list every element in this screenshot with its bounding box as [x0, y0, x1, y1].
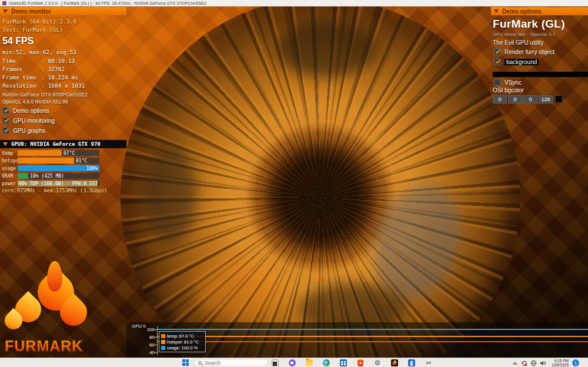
taskbar-icon-edge[interactable] [322, 359, 330, 367]
stat-row-frames: Frames32782 [2, 66, 65, 72]
axis-tick [155, 329, 157, 330]
bar-label: power [2, 181, 16, 186]
osi-bgcolor-label: OSI bgcolor [493, 87, 524, 94]
stat-value: 32782 [48, 66, 65, 72]
stat-value: 1684 x 1031 [48, 82, 85, 89]
legend-swatch-temp [161, 334, 165, 338]
bar-value: 67°C [64, 151, 75, 156]
taskbar-icon-brave[interactable] [356, 359, 365, 367]
tray-network-icon[interactable] [530, 359, 537, 367]
checkbox-box [2, 107, 9, 114]
tray-chevron-up[interactable] [511, 359, 519, 367]
gpu-bar-row-power: power 98% TDP (160.0W) - PPW:0.337 [0, 181, 126, 186]
bar-track: 98% TDP (160.0W) - PPW:0.337 [18, 181, 99, 186]
test-line: Test: FurMark (GL) [2, 26, 63, 33]
demo-tagline: The Evil GPU utility [493, 39, 543, 46]
search-input[interactable] [205, 360, 258, 366]
taskbar-icon-file-explorer[interactable] [305, 359, 313, 367]
taskbar-icon-store[interactable] [339, 359, 348, 367]
bgcolor-g-field[interactable]: 0 [508, 95, 522, 104]
stat-row-time: Time00:10:13 [2, 58, 75, 64]
app-icon [2, 1, 6, 5]
legend-text: hotspot: 81.0 °C [167, 339, 199, 345]
bar-value: 98% TDP (160.0W) - PPW:0.337 [18, 181, 98, 186]
bar-track: 10% (425 MB) [18, 173, 99, 179]
taskbar-icon-furmark[interactable] [390, 359, 399, 367]
bar-value: 100% [86, 166, 98, 171]
speaker-icon [540, 360, 546, 366]
notification-badge[interactable]: 1 [572, 359, 579, 366]
taskbar-clock[interactable]: 9:15 PM 10/5/2025 [552, 359, 569, 367]
bgcolor-b-field[interactable]: 0 [523, 95, 537, 104]
graph-line-temp [158, 341, 588, 342]
checkbox-box [2, 117, 9, 124]
axis-tick [155, 352, 157, 353]
graph-line-usage [158, 329, 588, 330]
legend-text: temp: 67.0 °C [167, 333, 194, 339]
bgcolor-a-field[interactable]: 128 [539, 95, 553, 104]
stat-separator [41, 58, 48, 64]
bar-fill [18, 173, 28, 179]
furmark-window: Geeks3D FurMark 2.3.0.0 - [ FurMark (GL)… [0, 0, 588, 367]
task-view-icon [272, 359, 279, 366]
fur-patch [194, 259, 282, 318]
bar-fill [18, 150, 62, 156]
bar-track: 100% [18, 165, 99, 171]
checkbox-demo-options[interactable]: Demo options [2, 107, 49, 114]
checkbox-background[interactable]: background [494, 58, 539, 65]
stat-row-frametime: Frame time18.224 ms [2, 74, 78, 81]
search-icon [198, 361, 202, 365]
fur-patch [276, 21, 376, 77]
microsoft-store-icon [340, 359, 347, 366]
check-icon [4, 128, 9, 133]
checkbox-vsync[interactable]: VSync [494, 79, 522, 86]
axis-tick [155, 345, 157, 345]
edge-browser-icon [323, 359, 330, 366]
y-tick-100: 100 [138, 327, 155, 332]
bgcolor-r-field[interactable]: 0 [493, 95, 507, 104]
bar-label: temp [2, 151, 13, 156]
checkbox-label: Render furry object [505, 49, 554, 55]
legend-row-usage: usage: 100.0 % [161, 345, 203, 351]
window-title: Geeks3D FurMark 2.3.0.0 - [ FurMark (GL)… [9, 1, 206, 5]
stat-label: Time [2, 58, 41, 64]
demo-monitor-header[interactable]: Demo monitor [0, 7, 126, 15]
demo-monitor-title: Demo monitor [11, 8, 51, 15]
checkbox-render-furry-object[interactable]: Render furry object [494, 48, 554, 55]
clock-date: 10/5/2025 [552, 363, 569, 367]
y-tick-40: 40 [138, 350, 155, 355]
stat-value: 00:10:13 [48, 58, 75, 64]
taskbar-icon-snipping[interactable]: ✂ [425, 359, 433, 367]
checkbox-gpu-graphs[interactable]: GPU graphs [2, 127, 45, 134]
tray-sync-icon[interactable] [520, 359, 528, 367]
title-bar: Geeks3D FurMark 2.3.0.0 - [ FurMark (GL)… [0, 0, 588, 6]
taskbar-icon-utilities[interactable]: ⚙ [373, 359, 382, 367]
bar-track: 81°C [18, 158, 99, 164]
y-tick-60: 60 [138, 342, 155, 348]
chat-icon [289, 359, 296, 366]
taskbar-icon-task-view[interactable] [271, 359, 279, 367]
start-button[interactable] [182, 359, 189, 366]
bgcolor-swatch[interactable] [555, 95, 563, 103]
stat-label: Frame time [2, 74, 41, 81]
gear-icon: ⚙ [374, 359, 381, 366]
taskbar-icon-photos[interactable] [407, 359, 416, 367]
legend-row-temp: temp: 67.0 °C [161, 333, 203, 339]
tray-volume-icon[interactable] [539, 359, 547, 367]
taskbar-search[interactable] [194, 359, 268, 366]
check-icon [496, 49, 500, 54]
axis-tick [155, 337, 157, 338]
checkbox-gpu-monitoring[interactable]: GPU monitoring [2, 117, 55, 124]
stat-value: 18.224 ms [48, 74, 78, 81]
gpu0-section-header[interactable]: GPU0: NVIDIA GeForce GTX 970 [0, 140, 126, 148]
demo-title: FurMark (GL) [493, 18, 565, 31]
taskbar-icon-chat[interactable] [288, 359, 296, 367]
bar-label: VRAM [2, 174, 13, 179]
background-color-strip [493, 72, 588, 77]
collapse-triangle-icon [494, 9, 499, 13]
checkbox-box [494, 48, 501, 55]
demo-options-header[interactable]: Demo options [491, 7, 588, 15]
checkbox-label: VSync [505, 79, 522, 86]
bar-label: usage [2, 166, 16, 171]
gpu-graph-panel: GPU 0 100 80 60 40 temp: 67.0 °C hotspot… [126, 322, 588, 358]
